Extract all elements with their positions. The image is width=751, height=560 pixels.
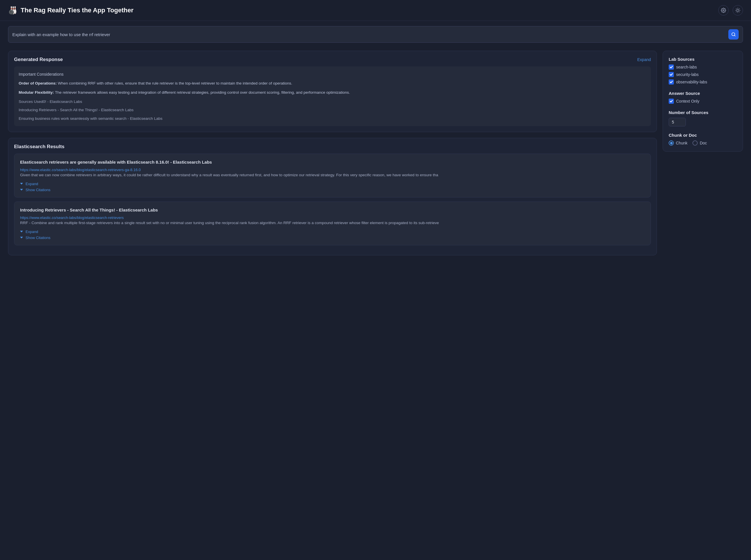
result-text-1: Given that we can now combine retrievers… xyxy=(20,172,645,178)
svg-line-8 xyxy=(736,12,736,12)
chunk-or-doc-title: Chunk or Doc xyxy=(669,133,737,138)
radio-chunk-outer xyxy=(669,140,674,145)
radio-doc[interactable]: Doc xyxy=(692,140,707,145)
app-title: The Rag Really Ties the App Together xyxy=(21,6,133,14)
lab-sources-section: Lab Sources search-labs s xyxy=(669,57,737,84)
response-para-2: Modular Flexibility: The retriever frame… xyxy=(19,89,646,96)
number-of-sources-title: Number of Sources xyxy=(669,110,737,115)
result-url-2[interactable]: https://www.elastic.co/search-labs/blog/… xyxy=(20,216,123,220)
header-left: 🎳 The Rag Really Ties the App Together xyxy=(8,6,133,15)
response-source-0: Sources Used0! - Elasticsearch Labs xyxy=(19,99,646,105)
result-text-2: RRF - Combine and rank multiple first-st… xyxy=(20,220,645,226)
radio-chunk-label: Chunk xyxy=(676,141,687,145)
show-citations-1-button[interactable]: Show Citations xyxy=(20,188,645,192)
response-source-1: Introducing Retrievers - Search All the … xyxy=(19,107,646,113)
chunk-or-doc-radio-group: Chunk Doc xyxy=(669,140,737,145)
expand-button[interactable]: Expand xyxy=(637,57,651,62)
search-bar xyxy=(8,26,743,43)
card-header: Generated Response Expand xyxy=(14,57,651,62)
chevron-down-icon-2 xyxy=(20,189,23,191)
search-icon xyxy=(731,32,736,37)
svg-line-4 xyxy=(736,8,736,9)
generated-response-card: Generated Response Expand Important Cons… xyxy=(8,51,657,132)
main-content: Generated Response Expand Important Cons… xyxy=(0,48,751,263)
lab-sources-title: Lab Sources xyxy=(669,57,737,62)
number-of-sources-input[interactable] xyxy=(669,118,686,126)
elasticsearch-results-card: Elasticsearch Results Elasticsearch retr… xyxy=(8,138,657,255)
chunk-or-doc-section: Chunk or Doc Chunk Doc xyxy=(669,133,737,145)
expand-result-2-label: Expand xyxy=(25,229,38,234)
show-citations-2-button[interactable]: Show Citations xyxy=(20,236,645,240)
expand-result-1-button[interactable]: Expand xyxy=(20,182,645,186)
results-title: Elasticsearch Results xyxy=(14,144,64,149)
response-text-1: When combining RRF with other rules, ens… xyxy=(57,81,292,85)
radio-doc-label: Doc xyxy=(700,141,707,145)
radio-doc-outer xyxy=(692,140,698,145)
checkbox-observability-labs-box xyxy=(669,79,674,84)
svg-line-11 xyxy=(734,35,735,36)
checkmark-icon-3 xyxy=(670,80,673,84)
answer-source-title: Answer Source xyxy=(669,91,737,96)
number-of-sources-section: Number of Sources xyxy=(669,110,737,126)
svg-line-5 xyxy=(739,12,739,12)
checkbox-search-labs-label: search-labs xyxy=(676,65,697,69)
result-title-2: Introducing Retrievers - Search All the … xyxy=(20,207,645,213)
response-bold-2: Modular Flexibility: xyxy=(19,90,54,95)
checkbox-observability-labs[interactable]: observability-labs xyxy=(669,79,737,84)
app-header: 🎳 The Rag Really Ties the App Together xyxy=(0,0,751,21)
radio-chunk[interactable]: Chunk xyxy=(669,140,687,145)
response-box: Important Considerations Order of Operat… xyxy=(14,66,651,126)
svg-line-9 xyxy=(739,8,739,9)
right-panel: Lab Sources search-labs s xyxy=(663,51,743,255)
chevron-down-icon-3 xyxy=(20,231,23,233)
checkbox-context-only[interactable]: Context Only xyxy=(669,99,737,104)
results-header: Elasticsearch Results xyxy=(14,144,651,149)
checkmark-icon-4 xyxy=(670,99,673,103)
search-container xyxy=(0,21,751,48)
checkbox-search-labs-box xyxy=(669,64,674,69)
checkbox-search-labs[interactable]: search-labs xyxy=(669,64,737,69)
radio-chunk-inner xyxy=(670,142,673,144)
chevron-down-icon-4 xyxy=(20,237,23,238)
expand-result-1-label: Expand xyxy=(25,182,38,186)
result-actions-2: Expand Show Citations xyxy=(20,229,645,240)
response-source-2: Ensuring business rules work seamlessly … xyxy=(19,116,646,122)
expand-result-2-button[interactable]: Expand xyxy=(20,229,645,234)
result-card-1: Elasticsearch retrievers are generally a… xyxy=(14,154,651,198)
gear-icon xyxy=(721,8,726,13)
sun-icon xyxy=(735,8,740,13)
response-section-heading: Important Considerations xyxy=(19,71,646,77)
search-button[interactable] xyxy=(728,29,739,40)
checkbox-security-labs-label: security-labs xyxy=(676,72,699,77)
result-card-2: Introducing Retrievers - Search All the … xyxy=(14,201,651,245)
result-actions-1: Expand Show Citations xyxy=(20,182,645,192)
svg-point-1 xyxy=(737,9,739,12)
checkbox-context-only-box xyxy=(669,99,674,104)
result-title-1: Elasticsearch retrievers are generally a… xyxy=(20,159,645,165)
result-url-1[interactable]: https://www.elastic.co/search-labs/blog/… xyxy=(20,168,141,172)
checkbox-observability-labs-label: observability-labs xyxy=(676,80,707,84)
search-input[interactable] xyxy=(12,32,726,37)
left-panel: Generated Response Expand Important Cons… xyxy=(8,51,657,255)
show-citations-2-label: Show Citations xyxy=(25,236,51,240)
response-para-1: Order of Operations: When combining RRF … xyxy=(19,80,646,86)
checkmark-icon xyxy=(670,65,673,69)
checkbox-security-labs-box xyxy=(669,72,674,77)
checkmark-icon-2 xyxy=(670,73,673,76)
sidebar-card: Lab Sources search-labs s xyxy=(663,51,743,152)
svg-point-0 xyxy=(723,10,724,11)
generated-response-title: Generated Response xyxy=(14,57,63,62)
response-text-2: The retriever framework allows easy test… xyxy=(54,90,350,95)
theme-toggle-button[interactable] xyxy=(733,5,743,16)
checkbox-security-labs[interactable]: security-labs xyxy=(669,72,737,77)
response-bold-1: Order of Operations: xyxy=(19,81,57,85)
header-icons xyxy=(718,5,743,16)
checkbox-context-only-label: Context Only xyxy=(676,99,699,103)
answer-source-section: Answer Source Context Only xyxy=(669,91,737,104)
chevron-down-icon xyxy=(20,183,23,184)
show-citations-1-label: Show Citations xyxy=(25,188,51,192)
app-emoji: 🎳 xyxy=(8,6,17,15)
settings-button[interactable] xyxy=(718,5,729,16)
